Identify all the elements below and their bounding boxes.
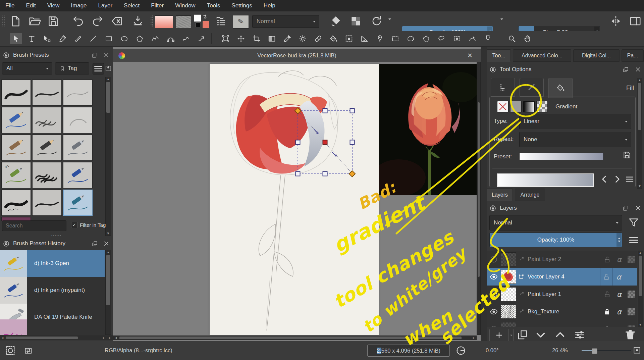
gradient-preset-strip[interactable] bbox=[519, 153, 604, 160]
import-tags-button[interactable] bbox=[105, 64, 112, 73]
selection-display-icon[interactable] bbox=[5, 345, 16, 357]
next-gradient-button[interactable] bbox=[612, 174, 622, 184]
brush-history-item[interactable]: d) Ink pen (mypaint) bbox=[0, 277, 105, 304]
brush-preset-cell[interactable] bbox=[32, 107, 62, 133]
menu-view[interactable]: View bbox=[47, 2, 60, 9]
layer-visibility-icon[interactable] bbox=[487, 290, 501, 299]
tool-ellipse-icon[interactable] bbox=[118, 33, 130, 44]
layer-lock-icon[interactable] bbox=[601, 286, 613, 303]
tool-edit-shapes-icon[interactable] bbox=[41, 33, 53, 44]
canvas-vscrollbar[interactable] bbox=[477, 62, 481, 335]
layer-inherit-alpha-icon[interactable] bbox=[625, 320, 637, 327]
close-docker-icon[interactable] bbox=[635, 205, 641, 211]
float-docker-icon[interactable] bbox=[623, 66, 629, 73]
tab-pa[interactable]: Pa... bbox=[622, 49, 644, 62]
tab-digitalcol[interactable]: Digital Col... bbox=[573, 49, 620, 62]
layer-visibility-icon[interactable] bbox=[487, 272, 501, 281]
tab-geometry[interactable] bbox=[491, 78, 515, 97]
brush-grid-scrollbar[interactable]: ▲ ▼ bbox=[105, 77, 111, 236]
docker-lock-icon[interactable] bbox=[489, 66, 496, 73]
float-docker-icon[interactable] bbox=[92, 52, 98, 58]
menu-help[interactable]: Help bbox=[264, 2, 275, 9]
tool-color-sampler-icon[interactable] bbox=[281, 33, 293, 44]
brush-preset-cell[interactable] bbox=[1, 190, 31, 216]
brush-preset-cell[interactable] bbox=[32, 80, 62, 106]
close-docker-icon[interactable] bbox=[635, 66, 641, 72]
left-column-hscrollbar[interactable]: ◄ ► ► bbox=[0, 336, 113, 340]
move-layer-up-button[interactable] bbox=[554, 329, 567, 341]
layer-thumbnail[interactable] bbox=[501, 252, 516, 266]
brush-preset-cell[interactable] bbox=[63, 107, 93, 133]
canvas-hscrollbar[interactable]: ◄ ► bbox=[113, 336, 477, 340]
layer-thumbnail[interactable] bbox=[501, 270, 516, 284]
tool-enclose-fill-icon[interactable] bbox=[343, 33, 355, 44]
save-button[interactable] bbox=[47, 15, 60, 28]
selection-mode-icon[interactable] bbox=[24, 347, 33, 355]
brush-preset-cell[interactable] bbox=[63, 162, 93, 188]
tool-polygon-icon[interactable] bbox=[133, 33, 146, 44]
layer-properties-button[interactable] bbox=[573, 329, 586, 341]
menu-tools[interactable]: Tools bbox=[207, 2, 220, 9]
tool-dynamic-brush-icon[interactable] bbox=[195, 33, 207, 44]
fill-none-button[interactable] bbox=[497, 101, 508, 112]
close-docker-icon[interactable] bbox=[103, 241, 109, 247]
tool-reference-images-icon[interactable] bbox=[374, 33, 386, 44]
blend-mode-dropdown[interactable]: Normal bbox=[252, 15, 319, 28]
layer-alpha-icon[interactable]: α bbox=[613, 251, 625, 268]
fill-gradient-button[interactable] bbox=[523, 101, 535, 112]
menu-settings[interactable]: Settings bbox=[231, 2, 252, 9]
new-document-button[interactable] bbox=[9, 15, 22, 28]
tab-arrange[interactable]: Arrange bbox=[515, 189, 545, 201]
menu-select[interactable]: Select bbox=[124, 2, 140, 9]
swap-colors-icon[interactable] bbox=[202, 13, 209, 20]
gradient-chooser[interactable] bbox=[155, 15, 173, 28]
tool-similar-select-icon[interactable] bbox=[451, 33, 463, 44]
tab-stroke[interactable] bbox=[520, 78, 544, 97]
gradient-editor-strip[interactable] bbox=[497, 173, 594, 187]
brush-editor-button[interactable] bbox=[215, 15, 227, 28]
search-input[interactable] bbox=[2, 220, 66, 231]
tool-freehand-select-icon[interactable] bbox=[435, 33, 447, 44]
layer-lock-icon[interactable] bbox=[601, 320, 613, 327]
tool-gradient-icon[interactable] bbox=[266, 33, 278, 44]
layer-alpha-icon[interactable]: α bbox=[613, 320, 625, 327]
fg-bg-colors[interactable] bbox=[194, 14, 210, 29]
close-docker-icon[interactable] bbox=[103, 52, 109, 58]
tool-rectangle-icon[interactable] bbox=[103, 33, 115, 44]
layer-row-paint-layer-2[interactable]: Paint Layer 2α bbox=[487, 251, 637, 268]
layer-lock-icon[interactable] bbox=[601, 303, 613, 320]
menu-image[interactable]: Image bbox=[71, 2, 87, 9]
layer-row-paint-layer-3[interactable]: Paint Layer 3α bbox=[487, 320, 637, 327]
zoom-slider-handle[interactable] bbox=[592, 348, 597, 354]
layer-alpha-icon[interactable]: α bbox=[613, 286, 625, 303]
tag-button[interactable]: Tag bbox=[55, 62, 89, 74]
tag-filter-dropdown[interactable]: All bbox=[2, 62, 52, 74]
layer-row-bkg_texture[interactable]: Bkg_Textureα bbox=[487, 303, 637, 321]
tool-freehand-path-icon[interactable] bbox=[180, 33, 192, 44]
layer-alpha-icon[interactable]: α bbox=[613, 303, 625, 320]
docker-lock-icon[interactable] bbox=[489, 205, 496, 212]
layer-inherit-alpha-icon[interactable] bbox=[625, 303, 637, 320]
tool-bezier-select-icon[interactable] bbox=[466, 33, 478, 44]
reload-dropdown-arrow[interactable] bbox=[388, 20, 391, 26]
layer-lock-icon[interactable] bbox=[600, 268, 612, 286]
brush-preset-cell[interactable] bbox=[63, 190, 93, 216]
layer-thumbnail[interactable] bbox=[501, 305, 516, 319]
layer-alpha-icon[interactable]: α bbox=[612, 268, 625, 286]
redo-button[interactable] bbox=[91, 15, 104, 28]
vector-selection-overlay[interactable] bbox=[113, 47, 481, 341]
docker-splitter[interactable]: •••••• bbox=[0, 234, 113, 237]
tool-polyline-icon[interactable] bbox=[149, 33, 161, 44]
previous-gradient-button[interactable] bbox=[600, 174, 610, 184]
tool-zoom-icon[interactable] bbox=[506, 33, 518, 44]
display-mode-button[interactable] bbox=[93, 63, 104, 74]
tool-measure-icon[interactable] bbox=[358, 33, 370, 44]
menu-window[interactable]: Window bbox=[175, 2, 195, 9]
layer-filter-icon[interactable] bbox=[628, 216, 640, 229]
fill-solid-button[interactable] bbox=[510, 101, 522, 112]
tab-layers[interactable]: Layers bbox=[487, 189, 513, 201]
close-document-button[interactable] bbox=[111, 15, 123, 28]
tool-options-scrollbar[interactable]: ▲ ▼ bbox=[637, 78, 642, 189]
tool-colorize-mask-icon[interactable] bbox=[297, 33, 309, 44]
toolbar-grip[interactable] bbox=[150, 15, 153, 27]
